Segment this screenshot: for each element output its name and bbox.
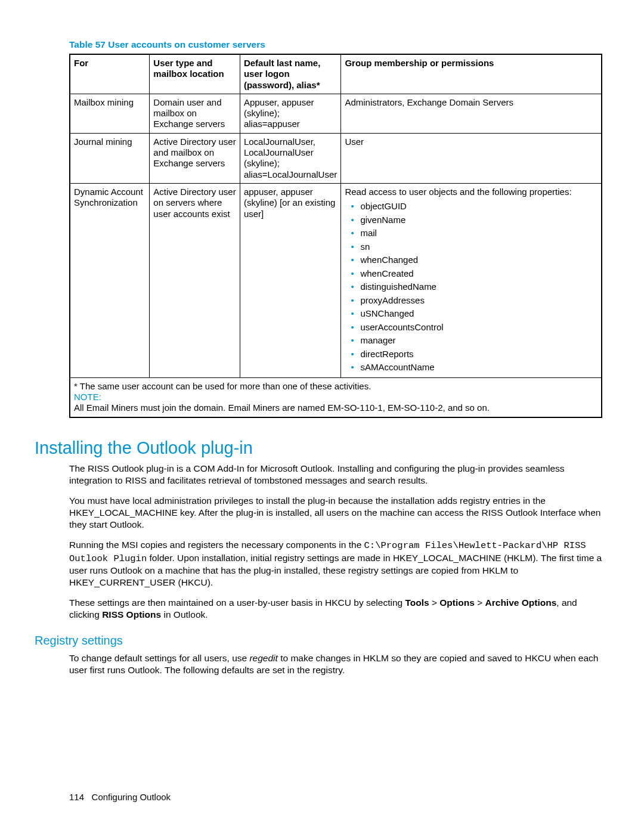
list-item: whenCreated [351, 267, 597, 281]
table-cell-permissions: Read access to user objects and the foll… [341, 183, 602, 377]
properties-list: objectGUIDgivenNamemailsnwhenChangedwhen… [345, 200, 597, 374]
user-accounts-table: For User type and mailbox location Defau… [69, 54, 602, 418]
list-item: sAMAccountName [351, 361, 597, 374]
note-label: NOTE: [74, 392, 597, 402]
list-item: objectGUID [351, 200, 597, 213]
table-row: Dynamic Account SynchronizationActive Di… [70, 183, 602, 377]
table-cell: Active Directory user on servers where u… [150, 183, 240, 377]
list-item: givenName [351, 213, 597, 227]
table-footnote: * The same user account can be used for … [74, 381, 597, 392]
list-item: manager [351, 334, 597, 348]
table-caption: Table 57 User accounts on customer serve… [69, 39, 602, 50]
page-number: 114 [69, 792, 84, 802]
list-item: sn [351, 240, 597, 254]
list-item: uSNChanged [351, 307, 597, 321]
table-cell: Mailbox mining [70, 94, 150, 133]
list-item: proxyAddresses [351, 294, 597, 308]
table-cell-permissions: User [341, 133, 602, 183]
list-item: directReports [351, 348, 597, 361]
col-default: Default last name, user logon (password)… [240, 54, 340, 94]
table-cell: Dynamic Account Synchronization [70, 183, 150, 377]
footer-title: Configuring Outlook [92, 792, 171, 802]
list-item: userAccountsControl [351, 321, 597, 335]
table-cell: Domain user and mailbox on Exchange serv… [150, 94, 240, 133]
para-install-1: The RISS Outlook plug-in is a COM Add-In… [69, 463, 602, 487]
table-cell: Appuser, appuser (skyline); alias=appuse… [240, 94, 340, 133]
table-cell: Active Directory user and mailbox on Exc… [150, 133, 240, 183]
table-cell-permissions: Administrators, Exchange Domain Servers [341, 94, 602, 133]
list-item: mail [351, 227, 597, 240]
col-for: For [70, 54, 150, 94]
section-heading-installing: Installing the Outlook plug-in [35, 438, 602, 458]
table-cell: LocalJournalUser, LocalJournalUser (skyl… [240, 133, 340, 183]
table-cell: appuser, appuser (skyline) [or an existi… [240, 183, 340, 377]
table-cell: Journal mining [70, 133, 150, 183]
table-row: Mailbox miningDomain user and mailbox on… [70, 94, 602, 133]
table-note-row: * The same user account can be used for … [70, 377, 602, 417]
page-footer: 114 Configuring Outlook [69, 792, 171, 802]
col-usertype: User type and mailbox location [150, 54, 240, 94]
para-registry-1: To change default settings for all users… [69, 652, 602, 676]
list-item: whenChanged [351, 253, 597, 267]
para-install-4: These settings are then maintained on a … [69, 597, 602, 621]
section-heading-registry: Registry settings [35, 634, 602, 648]
note-body: All Email Miners must join the domain. E… [74, 402, 597, 413]
para-install-3: Running the MSI copies and registers the… [69, 539, 602, 589]
table-row: Journal miningActive Directory user and … [70, 133, 602, 183]
table-header-row: For User type and mailbox location Defau… [70, 54, 602, 94]
col-permissions: Group membership or permissions [341, 54, 602, 94]
list-item: distinguishedName [351, 280, 597, 294]
para-install-2: You must have local administration privi… [69, 495, 602, 531]
